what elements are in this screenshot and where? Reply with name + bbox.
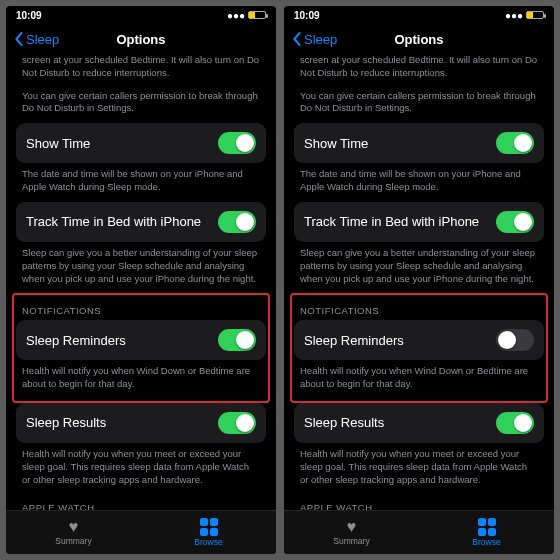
status-right: ●●● [505, 10, 544, 21]
tab-browse[interactable]: Browse [141, 511, 276, 554]
status-bar: 10:09●●● [6, 6, 276, 24]
status-bar: 10:09●●● [284, 6, 554, 24]
show-time-cell: Show Time [294, 123, 544, 163]
sleep-results-cell: Sleep Results [294, 403, 544, 443]
scroll-content[interactable]: screen at your scheduled Bedtime. It wil… [6, 54, 276, 510]
sleep-reminders-note: Health will notify you when Wind Down or… [16, 360, 266, 399]
battery-icon [526, 11, 544, 19]
status-time: 10:09 [294, 10, 320, 21]
back-button[interactable]: Sleep [292, 32, 337, 47]
highlight-box: NOTIFICATIONSSleep RemindersHealth will … [290, 293, 548, 403]
truncated-line: screen at your scheduled Bedtime. It wil… [294, 54, 544, 85]
tab-summary-label: Summary [333, 536, 369, 546]
show-time-note: The date and time will be shown on your … [294, 163, 544, 202]
heart-icon: ♥ [69, 519, 79, 535]
show-time-note: The date and time will be shown on your … [16, 163, 266, 202]
track-time-note: Sleep can give you a better understandin… [16, 242, 266, 293]
notifications-header: NOTIFICATIONS [16, 297, 266, 320]
status-time: 10:09 [16, 10, 42, 21]
back-button[interactable]: Sleep [14, 32, 59, 47]
sleep-reminders-toggle[interactable] [218, 329, 256, 351]
show-time-cell: Show Time [16, 123, 266, 163]
tab-summary-label: Summary [55, 536, 91, 546]
sleep-results-note: Health will notify you when you meet or … [16, 443, 266, 494]
permission-note: You can give certain callers permission … [16, 85, 266, 124]
back-label: Sleep [26, 32, 59, 47]
apple-watch-header: APPLE WATCH [294, 494, 544, 510]
sleep-results-toggle[interactable] [496, 412, 534, 434]
tab-summary[interactable]: ♥Summary [6, 511, 141, 554]
show-time-toggle[interactable] [218, 132, 256, 154]
track-time-label: Track Time in Bed with iPhone [304, 214, 479, 229]
sleep-results-label: Sleep Results [26, 415, 106, 430]
signal-icon: ●●● [505, 10, 523, 21]
sleep-reminders-note: Health will notify you when Wind Down or… [294, 360, 544, 399]
tab-summary[interactable]: ♥Summary [284, 511, 419, 554]
show-time-label: Show Time [26, 136, 90, 151]
grid-icon [200, 518, 218, 536]
grid-icon [478, 518, 496, 536]
highlight-box: NOTIFICATIONSSleep RemindersHealth will … [12, 293, 270, 403]
tab-bar: ♥SummaryBrowse [284, 510, 554, 554]
track-time-toggle[interactable] [218, 211, 256, 233]
sleep-results-toggle[interactable] [218, 412, 256, 434]
nav-bar: SleepOptions [284, 24, 554, 54]
tab-browse-label: Browse [194, 537, 222, 547]
track-time-label: Track Time in Bed with iPhone [26, 214, 201, 229]
sleep-reminders-label: Sleep Reminders [304, 333, 404, 348]
sleep-reminders-cell: Sleep Reminders [294, 320, 544, 360]
signal-icon: ●●● [227, 10, 245, 21]
sleep-results-cell: Sleep Results [16, 403, 266, 443]
tab-bar: ♥SummaryBrowse [6, 510, 276, 554]
track-time-note: Sleep can give you a better understandin… [294, 242, 544, 293]
track-time-cell: Track Time in Bed with iPhone [16, 202, 266, 242]
sleep-reminders-cell: Sleep Reminders [16, 320, 266, 360]
sleep-reminders-toggle[interactable] [496, 329, 534, 351]
track-time-cell: Track Time in Bed with iPhone [294, 202, 544, 242]
sleep-results-label: Sleep Results [304, 415, 384, 430]
chevron-left-icon [14, 32, 24, 46]
apple-watch-header: APPLE WATCH [16, 494, 266, 510]
nav-bar: SleepOptions [6, 24, 276, 54]
battery-icon [248, 11, 266, 19]
sleep-reminders-label: Sleep Reminders [26, 333, 126, 348]
permission-note: You can give certain callers permission … [294, 85, 544, 124]
show-time-label: Show Time [304, 136, 368, 151]
tab-browse-label: Browse [472, 537, 500, 547]
truncated-line: screen at your scheduled Bedtime. It wil… [16, 54, 266, 85]
sleep-results-note: Health will notify you when you meet or … [294, 443, 544, 494]
scroll-content[interactable]: screen at your scheduled Bedtime. It wil… [284, 54, 554, 510]
show-time-toggle[interactable] [496, 132, 534, 154]
track-time-toggle[interactable] [496, 211, 534, 233]
status-right: ●●● [227, 10, 266, 21]
chevron-left-icon [292, 32, 302, 46]
tab-browse[interactable]: Browse [419, 511, 554, 554]
notifications-header: NOTIFICATIONS [294, 297, 544, 320]
back-label: Sleep [304, 32, 337, 47]
heart-icon: ♥ [347, 519, 357, 535]
